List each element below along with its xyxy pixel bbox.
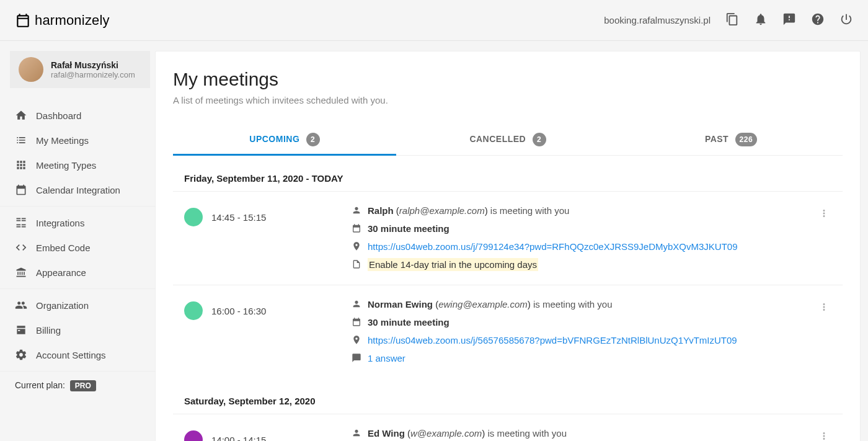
code-icon	[15, 241, 27, 254]
layout: Rafał Muszyński rafal@harmonizely.com Da…	[0, 41, 868, 441]
meeting-time: 16:00 - 16:30	[211, 306, 266, 316]
calendar-icon	[15, 184, 27, 196]
sidebar-item-label: Embed Code	[36, 243, 91, 253]
type-line: 30 minute meeting	[352, 316, 812, 330]
sidebar-item-appearance[interactable]: Appearance	[0, 260, 155, 285]
invitee-suffix: is meeting with you	[487, 428, 567, 439]
nav-group-1: Dashboard My Meetings Meeting Types Cale…	[0, 99, 155, 207]
meeting-row: 16:00 - 16:30Norman Ewing (ewing@example…	[173, 285, 843, 378]
sidebar: Rafał Muszyński rafal@harmonizely.com Da…	[0, 51, 155, 441]
sidebar-item-organization[interactable]: Organization	[0, 293, 155, 318]
invitee-suffix: is meeting with you	[533, 299, 613, 310]
invitee-line: Ralph (ralph@example.com) is meeting wit…	[352, 204, 812, 218]
home-icon	[15, 109, 27, 122]
color-dot	[184, 208, 203, 226]
row-actions-button[interactable]	[812, 427, 836, 441]
user-email: rafal@harmonizely.com	[51, 70, 135, 79]
main: My meetings A list of meetings which inv…	[155, 51, 861, 441]
tab-count: 2	[533, 133, 546, 146]
tab-label: UPCOMING	[249, 134, 299, 144]
meeting-link[interactable]: https://us04web.zoom.us/j/799124e34?pwd=…	[368, 240, 738, 253]
row-actions-button[interactable]	[812, 298, 836, 314]
copy-icon[interactable]	[725, 12, 739, 28]
answers-line: 1 answer	[352, 352, 812, 366]
invitee-name: Ed Wing	[368, 428, 405, 439]
power-icon[interactable]	[839, 12, 853, 28]
event-icon	[352, 222, 361, 236]
event-icon	[352, 316, 361, 330]
invitee-name: Norman Ewing	[368, 299, 433, 310]
plan-label: Current plan:	[15, 380, 65, 390]
invitee-line: Norman Ewing (ewing@example.com) is meet…	[352, 298, 812, 312]
sidebar-item-billing[interactable]: Billing	[0, 318, 155, 342]
nav-group-3: Organization Billing Account Settings	[0, 289, 155, 372]
appearance-icon	[15, 266, 27, 278]
invitee-email: ralph@example.com	[399, 205, 485, 216]
sidebar-item-label: Appearance	[36, 267, 86, 278]
plan-row: Current plan: PRO	[0, 372, 155, 400]
brand[interactable]: harmonizely	[15, 12, 110, 29]
tab-count: 226	[735, 133, 758, 146]
sidebar-item-label: Account Settings	[36, 350, 106, 360]
note-line: Enable 14-day trial in the upcoming days	[352, 258, 812, 272]
user-card[interactable]: Rafał Muszyński rafal@harmonizely.com	[10, 51, 150, 88]
day-header: Saturday, September 12, 2020	[173, 378, 843, 414]
booking-url[interactable]: booking.rafalmuszynski.pl	[604, 15, 711, 25]
pin-icon	[352, 334, 361, 348]
sidebar-item-calendar-integration[interactable]: Calendar Integration	[0, 177, 155, 202]
integrations-icon	[15, 216, 27, 229]
sidebar-item-account-settings[interactable]: Account Settings	[0, 342, 155, 367]
details-col: Ed Wing (w@example.com) is meeting with …	[352, 427, 812, 441]
meeting-row: 14:45 - 15:15Ralph (ralph@example.com) i…	[173, 191, 843, 285]
pin-icon	[352, 240, 361, 254]
feedback-icon[interactable]	[782, 12, 796, 28]
row-actions-button[interactable]	[812, 204, 836, 221]
sidebar-item-embed-code[interactable]: Embed Code	[0, 235, 155, 260]
person-icon	[352, 204, 361, 218]
tab-label: PAST	[705, 134, 728, 144]
page-subtitle: A list of meetings which invitees schedu…	[173, 95, 843, 105]
invitee-name: Ralph	[368, 205, 394, 216]
gear-icon	[15, 349, 27, 361]
more-vert-icon	[818, 301, 830, 314]
plan-badge: PRO	[70, 380, 96, 391]
more-vert-icon	[818, 430, 830, 441]
meeting-type: 30 minute meeting	[368, 316, 450, 329]
bell-icon[interactable]	[754, 12, 768, 28]
help-icon[interactable]	[811, 12, 825, 28]
details-col: Ralph (ralph@example.com) is meeting wit…	[352, 204, 812, 272]
tab-count: 2	[306, 133, 320, 146]
sidebar-item-meeting-types[interactable]: Meeting Types	[0, 153, 155, 177]
tab-past[interactable]: PAST 226	[619, 123, 843, 155]
time-col: 14:00 - 14:15	[184, 427, 352, 441]
topbar-right: booking.rafalmuszynski.pl	[604, 12, 853, 28]
chat-icon	[352, 352, 361, 366]
sidebar-item-label: Calendar Integration	[36, 185, 120, 195]
topbar-icons	[725, 12, 853, 28]
tab-upcoming[interactable]: UPCOMING 2	[173, 123, 396, 155]
meeting-row: 14:00 - 14:15Ed Wing (w@example.com) is …	[173, 414, 843, 441]
tab-cancelled[interactable]: CANCELLED 2	[396, 123, 619, 155]
invitee-suffix: is meeting with you	[490, 205, 570, 216]
color-dot	[184, 301, 203, 320]
sidebar-item-integrations[interactable]: Integrations	[0, 210, 155, 235]
type-line: 30 minute meeting	[352, 222, 812, 236]
meeting-note: Enable 14-day trial in the upcoming days	[368, 258, 538, 271]
sidebar-item-my-meetings[interactable]: My Meetings	[0, 128, 155, 153]
meeting-time: 14:45 - 15:15	[211, 212, 266, 223]
sidebar-item-label: Billing	[36, 325, 61, 336]
person-icon	[352, 427, 361, 441]
sidebar-item-dashboard[interactable]: Dashboard	[0, 103, 155, 128]
calendar-logo-icon	[15, 12, 31, 29]
time-col: 14:45 - 15:15	[184, 204, 352, 226]
nav-group-2: Integrations Embed Code Appearance	[0, 207, 155, 289]
day-header: Friday, September 11, 2020 - TODAY	[173, 156, 843, 191]
grid-icon	[15, 159, 27, 171]
answers-link[interactable]: 1 answer	[368, 352, 405, 365]
note-icon	[352, 258, 361, 272]
meeting-link[interactable]: https://us04web.zoom.us/j/56576585678?pw…	[368, 334, 737, 347]
sidebar-item-label: My Meetings	[36, 135, 89, 146]
invitee-line: Ed Wing (w@example.com) is meeting with …	[352, 427, 812, 441]
location-line: https://us04web.zoom.us/j/56576585678?pw…	[352, 334, 812, 348]
sidebar-item-label: Meeting Types	[36, 160, 96, 171]
